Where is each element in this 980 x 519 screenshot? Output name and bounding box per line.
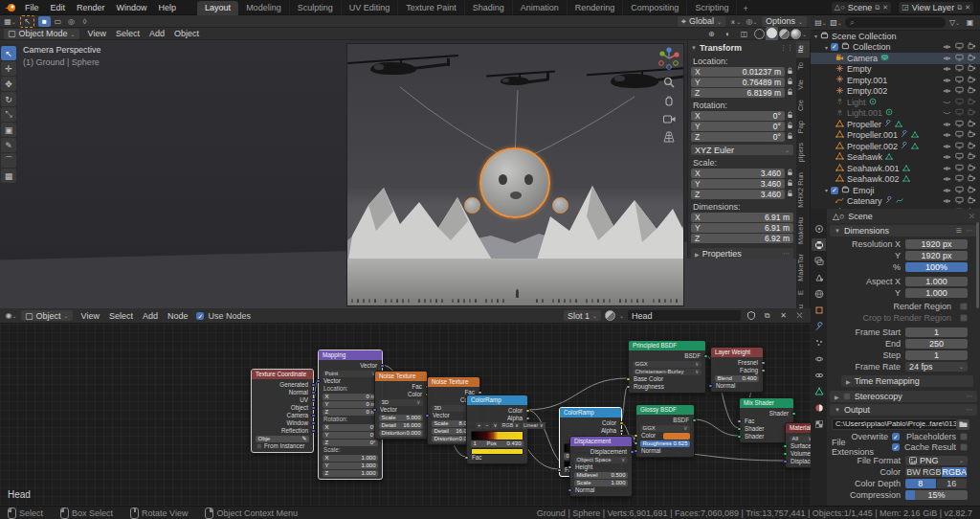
color-mode-rgb-button[interactable]: RGB	[923, 467, 943, 477]
menu-file[interactable]: File	[19, 3, 45, 12]
color-mode-bw-button[interactable]: BW	[905, 467, 923, 477]
disable-in-viewports-icon[interactable]	[955, 174, 964, 184]
modifier-properties-tab[interactable]	[812, 320, 826, 332]
emoji-sphere-selected[interactable]	[479, 147, 550, 218]
overwrite-checkbox[interactable]: ✓	[892, 433, 900, 440]
tool-scale-button[interactable]: ⤡	[1, 107, 16, 122]
disable-in-renders-icon[interactable]	[968, 152, 976, 162]
viewport-menu-add[interactable]: Add	[145, 29, 169, 38]
hide-in-viewport-eye-icon[interactable]	[943, 142, 951, 151]
node-menu-select[interactable]: Select	[104, 311, 138, 321]
tool-transform-button[interactable]: ▣	[1, 123, 16, 137]
disable-in-viewports-icon[interactable]	[955, 152, 964, 162]
disable-in-viewports-icon[interactable]	[955, 186, 964, 195]
workspace-tab-sculpting[interactable]: Sculpting	[290, 1, 342, 15]
frames-step-field[interactable]: 1	[905, 350, 968, 360]
expander-icon[interactable]: ▾	[825, 187, 828, 193]
disable-in-renders-icon[interactable]	[968, 164, 976, 173]
node-texcoord[interactable]: Texture CoordinateGeneratedNormalUVObjec…	[251, 369, 314, 453]
disable-in-renders-icon[interactable]	[968, 76, 976, 85]
node-layerweight[interactable]: Layer WeightFresnelFacingBlend0.400Norma…	[710, 347, 764, 393]
time-remapping-subpanel[interactable]: ▶ Time Remapping	[841, 375, 973, 387]
hide-in-viewport-eye-icon[interactable]	[943, 196, 951, 206]
node-menu-node[interactable]: Node	[163, 311, 193, 321]
dimensions-%-field[interactable]: 100%	[905, 262, 968, 272]
sidebar-tab-makehu[interactable]: MakeHu	[796, 213, 811, 249]
disable-in-renders-icon[interactable]	[968, 196, 976, 206]
workspace-tab-shading[interactable]: Shading	[465, 1, 513, 15]
node-dropdown[interactable]: GGX∨	[633, 361, 702, 368]
input-socket-shader[interactable]	[737, 435, 742, 440]
tool-add-primitive-button[interactable]: ▦	[1, 169, 16, 183]
outliner-display-mode-icon[interactable]: ▧⌄	[830, 17, 842, 28]
disable-in-viewports-icon[interactable]	[955, 76, 964, 85]
node-menu-view[interactable]: View	[77, 311, 104, 321]
sidebar-tab-boxcu[interactable]: BoxCu	[796, 300, 811, 308]
menu-edit[interactable]: Edit	[45, 3, 72, 12]
node-dropdown[interactable]: Point∨	[323, 371, 378, 377]
output-path-field[interactable]: C:\Users\pplao\Pablo\Proje..fare\0138. M…	[832, 418, 957, 430]
input-socket-surface[interactable]	[783, 444, 788, 449]
disable-in-renders-icon[interactable]	[968, 86, 976, 96]
lock-open-icon[interactable]	[787, 169, 793, 178]
input-socket-fac[interactable]	[557, 468, 562, 473]
lock-open-icon[interactable]	[787, 132, 793, 142]
node-mapping[interactable]: MappingVectorPoint∨VectorLocation:X0 mY0…	[318, 350, 383, 480]
collection-checkbox[interactable]: ✓	[831, 187, 838, 194]
material-icon[interactable]	[605, 310, 615, 321]
options-dropdown[interactable]: Options ⌄	[762, 16, 807, 27]
node-field-y[interactable]: Y1.000	[323, 463, 378, 469]
hide-in-viewport-eye-icon[interactable]	[943, 42, 951, 52]
location-y-field[interactable]: Y0.76489 m	[691, 78, 785, 87]
tool-move-button[interactable]: ✥	[1, 77, 16, 91]
shading-solid-active[interactable]	[766, 27, 778, 41]
input-socket-roughness[interactable]	[626, 385, 631, 390]
output-socket-shader[interactable]	[791, 412, 796, 417]
disable-in-viewports-icon[interactable]	[955, 54, 964, 63]
output-socket-alpha[interactable]	[619, 429, 624, 434]
collection-checkbox[interactable]: ✓	[831, 43, 838, 51]
new-material-icon[interactable]: ⧉	[761, 310, 773, 321]
lock-open-icon[interactable]	[787, 111, 793, 121]
select-mode-lasso-icon[interactable]: ◊	[78, 16, 91, 27]
disable-in-viewports-icon[interactable]	[955, 196, 964, 206]
particle-properties-tab[interactable]	[812, 336, 826, 349]
rotation-mode-dropdown[interactable]: XYZ Euler ⌄	[691, 145, 793, 155]
output-socket-alpha[interactable]	[525, 417, 530, 421]
input-socket-normal[interactable]	[708, 384, 713, 389]
outliner-row-camera[interactable]: Camera	[811, 53, 980, 64]
viewport-menu-view[interactable]: View	[83, 29, 111, 38]
disable-in-viewports-icon[interactable]	[955, 108, 964, 118]
workspace-tab-layout[interactable]: Layout	[197, 1, 238, 15]
viewport-menu-object[interactable]: Object	[169, 29, 204, 38]
lock-open-icon[interactable]	[787, 88, 793, 98]
hide-in-viewport-eye-icon[interactable]	[943, 130, 951, 140]
node-dropdown[interactable]: 3D∨	[379, 399, 423, 406]
disable-in-viewports-icon[interactable]	[955, 130, 964, 140]
rotation-z-field[interactable]: Z0°	[691, 132, 785, 142]
disable-in-viewports-icon[interactable]	[955, 142, 964, 151]
location-x-field[interactable]: X0.01237 m	[691, 67, 785, 77]
disable-in-viewports-icon[interactable]	[955, 98, 964, 107]
tool-select-box-button[interactable]: ↖	[1, 46, 16, 60]
shading-material-icon[interactable]	[779, 29, 790, 39]
helicopter-1[interactable]	[355, 56, 451, 86]
placeholders-checkbox[interactable]	[960, 433, 968, 440]
outliner-row-seahawk-001[interactable]: Seahawk.001	[811, 163, 980, 174]
shading-rendered-icon[interactable]	[791, 29, 801, 39]
workspace-tab-scripting[interactable]: Scripting	[687, 1, 737, 15]
outliner-editor-type-icon[interactable]: ▤⌄	[814, 17, 827, 28]
input-socket-vector[interactable]	[316, 379, 321, 384]
view-layer-properties-tab[interactable]	[812, 255, 826, 267]
color-mode-rgba-button[interactable]: RGBA	[942, 467, 968, 477]
sidebar-tab-cre[interactable]: Cre	[796, 95, 811, 116]
output-socket-color[interactable]	[525, 409, 530, 414]
menu-render[interactable]: Render	[71, 3, 111, 12]
new-scene-icon[interactable]: ⧉	[875, 4, 880, 11]
hide-in-viewport-eye-icon[interactable]	[943, 120, 951, 129]
sidebar-tab-mhx2-run[interactable]: MHX2 Run	[796, 168, 811, 213]
node-field-scale[interactable]: Scale1.000	[574, 480, 628, 486]
physics-properties-tab[interactable]	[812, 352, 826, 365]
disable-in-renders-icon[interactable]	[968, 120, 976, 129]
overlays-toggle-icon[interactable]: ◐	[722, 29, 734, 39]
